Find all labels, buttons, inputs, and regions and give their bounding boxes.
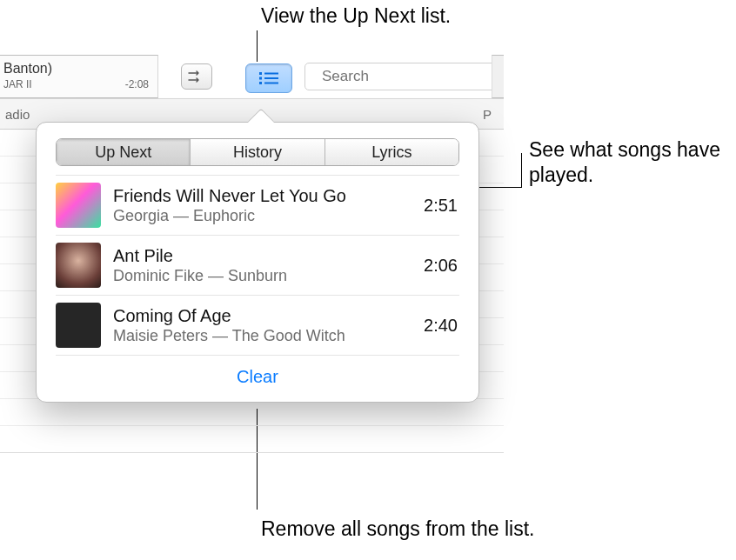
svg-rect-2: [259, 77, 262, 80]
callout-leader: [521, 153, 522, 188]
track-row[interactable]: Friends Will Never Let You Go Georgia — …: [56, 175, 459, 235]
list-icon: [258, 70, 280, 86]
tab-history[interactable]: History: [191, 139, 325, 165]
search-box[interactable]: [304, 63, 499, 90]
track-title: Coming Of Age: [113, 306, 411, 326]
shuffle-repeat-button[interactable]: [181, 63, 212, 90]
up-next-button[interactable]: [245, 63, 292, 93]
now-playing-time-remaining: -2:08: [125, 78, 149, 90]
shuffle-icon: [188, 70, 205, 83]
divider: [0, 452, 504, 453]
album-art: [56, 183, 101, 228]
track-row[interactable]: Coming Of Age Maisie Peters — The Good W…: [56, 295, 459, 355]
list-item: [0, 399, 504, 426]
track-row[interactable]: Ant Pile Dominic Fike — Sunburn 2:06: [56, 235, 459, 295]
svg-rect-5: [264, 83, 278, 84]
callout-queue: View the Up Next list.: [261, 3, 451, 29]
scrollbar[interactable]: [492, 55, 504, 98]
svg-rect-3: [264, 77, 278, 79]
track-subtitle: Maisie Peters — The Good Witch: [113, 327, 411, 345]
callout-clear: Remove all songs from the list.: [261, 517, 534, 542]
album-art: [56, 303, 101, 348]
album-art: [56, 243, 101, 288]
track-duration: 2:51: [424, 196, 459, 216]
segmented-control: Up Next History Lyrics: [56, 138, 459, 166]
divider: [56, 355, 459, 356]
callout-leader: [257, 30, 258, 62]
svg-rect-1: [264, 73, 278, 75]
callout-history: See what songs have played.: [529, 137, 729, 188]
column-header-name: adio: [5, 107, 30, 122]
track-duration: 2:40: [424, 316, 459, 336]
now-playing-subtitle: JAR II: [3, 78, 32, 90]
track-title: Ant Pile: [113, 246, 411, 266]
track-duration: 2:06: [424, 256, 459, 276]
track-title: Friends Will Never Let You Go: [113, 186, 411, 206]
up-next-track-list: Friends Will Never Let You Go Georgia — …: [56, 175, 459, 355]
clear-button[interactable]: Clear: [231, 366, 284, 388]
search-input[interactable]: [320, 67, 508, 86]
column-header-plays: P: [483, 107, 492, 122]
up-next-popover: Up Next History Lyrics Friends Will Neve…: [36, 122, 479, 403]
svg-rect-0: [259, 72, 262, 75]
tab-up-next[interactable]: Up Next: [57, 139, 191, 165]
now-playing-title: Banton): [3, 61, 149, 77]
track-subtitle: Dominic Fike — Sunburn: [113, 267, 411, 285]
track-subtitle: Georgia — Euphoric: [113, 207, 411, 225]
svg-rect-4: [259, 82, 262, 84]
now-playing-lcd[interactable]: Banton) JAR II -2:08: [0, 55, 158, 98]
tab-lyrics[interactable]: Lyrics: [325, 139, 458, 165]
